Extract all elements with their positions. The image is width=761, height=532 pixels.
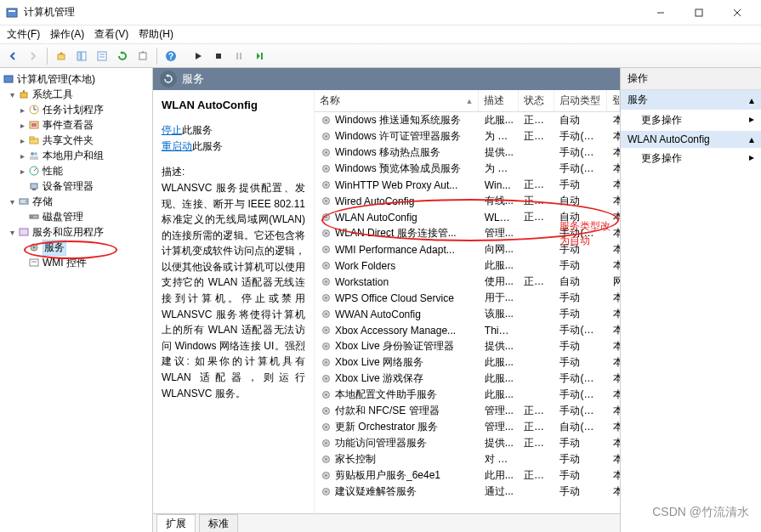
svg-rect-3 (696, 9, 702, 16)
service-icon (320, 405, 332, 417)
menu-help[interactable]: 帮助(H) (139, 27, 173, 42)
minimize-button[interactable] (641, 0, 679, 25)
service-row[interactable]: Windows 推送通知系统服务此服...正在...自动本 (315, 112, 620, 128)
service-row[interactable]: WLAN AutoConfigWLA...正在...自动本 (315, 209, 620, 225)
svg-point-46 (325, 119, 327, 122)
export-button[interactable] (133, 47, 152, 65)
service-row[interactable]: Work Folders此服...手动本 (315, 258, 620, 274)
navigation-tree[interactable]: 计算机管理(本地) ▾ 系统工具 ▸任务计划程序 ▸事件查看器 ▸共享文件夹 ▸… (0, 68, 153, 532)
service-row[interactable]: 更新 Orchestrator 服务管理...正在...自动(延迟...本 (315, 419, 620, 435)
service-list[interactable]: Windows 推送通知系统服务此服...正在...自动本Windows 许可证… (315, 112, 620, 513)
col-startup[interactable]: 启动类型 (554, 90, 607, 111)
svg-point-37 (26, 201, 27, 202)
service-row[interactable]: Xbox Live 身份验证管理器提供...手动本 (315, 338, 620, 354)
refresh-icon[interactable] (160, 71, 177, 88)
actions-more-2[interactable]: 更多操作 ▸ (621, 148, 761, 169)
play-button[interactable] (189, 47, 207, 65)
close-button[interactable] (718, 0, 756, 25)
actions-section-selected[interactable]: WLAN AutoConfig▴ (621, 131, 761, 148)
service-row[interactable]: 本地配置文件助手服务此服...手动(触发...本 (315, 387, 620, 403)
tab-standard[interactable]: 标准 (199, 514, 238, 532)
actions-section-services[interactable]: 服务▴ (621, 90, 761, 110)
service-row[interactable]: 功能访问管理器服务提供...正在...手动本 (315, 435, 620, 451)
collapse-icon: ▴ (749, 133, 754, 145)
menu-action[interactable]: 操作(A) (50, 27, 84, 42)
tree-shared-folders[interactable]: ▸共享文件夹 (2, 133, 150, 148)
svg-text:?: ? (168, 52, 173, 61)
actions-more-1[interactable]: 更多操作 ▸ (621, 110, 761, 131)
service-row[interactable]: 剪贴板用户服务_6e4e1此用...正在...手动本 (315, 467, 620, 484)
service-row[interactable]: Xbox Live 网络服务此服...手动本 (315, 354, 620, 371)
service-row[interactable]: 建议疑难解答服务通过...手动本 (315, 484, 620, 500)
service-row[interactable]: Windows 移动热点服务提供...手动(触发...本 (315, 144, 620, 161)
maximize-button[interactable] (679, 0, 718, 25)
column-headers: 名称▲ 描述 状态 启动类型 登 (315, 90, 620, 112)
service-icon (320, 357, 332, 369)
svg-point-76 (325, 361, 327, 364)
service-row[interactable]: 付款和 NFC/SE 管理器管理...正在...手动(触发...本 (315, 403, 620, 419)
tree-performance[interactable]: ▸性能 (2, 163, 150, 178)
service-row[interactable]: Windows 许可证管理器服务为 M...正在...手动(触发...本 (315, 128, 620, 144)
svg-rect-8 (82, 52, 86, 60)
col-name[interactable]: 名称▲ (315, 90, 479, 111)
collapse-icon: ▴ (749, 94, 754, 106)
svg-point-66 (325, 280, 327, 283)
service-icon (320, 163, 332, 175)
service-row[interactable]: WPS Office Cloud Service用于...手动本 (315, 290, 620, 306)
svg-point-60 (325, 232, 327, 235)
stop-service-link[interactable]: 停止 (162, 124, 182, 136)
stop-button[interactable] (209, 47, 228, 65)
sort-asc-icon: ▲ (465, 97, 473, 105)
tree-system-tools[interactable]: ▾ 系统工具 (2, 87, 150, 102)
restart-service-link[interactable]: 重启动 (162, 140, 192, 152)
service-row[interactable]: Windows 预览体验成员服务为 W...手动(触发...本 (315, 161, 620, 177)
tree-services[interactable]: 服务 (2, 240, 150, 255)
tree-root[interactable]: 计算机管理(本地) (2, 71, 150, 87)
svg-rect-29 (30, 137, 34, 139)
col-logon[interactable]: 登 (607, 90, 620, 111)
refresh-button[interactable] (113, 47, 132, 65)
service-row[interactable]: WMI Performance Adapt...向网...手动本 (315, 241, 620, 258)
tree-services-apps[interactable]: ▾服务和应用程序 (2, 224, 150, 240)
service-row[interactable]: WWAN AutoConfig该服...手动本 (315, 306, 620, 322)
svg-point-58 (325, 216, 327, 218)
up-button[interactable] (52, 47, 71, 65)
tree-device-manager[interactable]: 设备管理器 (2, 178, 150, 194)
service-row[interactable]: WinHTTP Web Proxy Aut...Win...正在...手动本 (315, 177, 620, 193)
svg-point-88 (325, 458, 327, 461)
menu-file[interactable]: 文件(F) (7, 27, 40, 42)
svg-point-90 (325, 474, 327, 477)
svg-point-42 (33, 246, 36, 249)
svg-rect-39 (31, 216, 33, 218)
back-button[interactable] (3, 47, 22, 65)
properties-button[interactable] (93, 47, 111, 65)
service-row[interactable]: Wired AutoConfig有线...正在...自动本 (315, 193, 620, 209)
service-row[interactable]: Xbox Live 游戏保存此服...手动(触发...本 (315, 371, 620, 387)
selected-service-name: WLAN AutoConfig (162, 97, 305, 114)
service-icon (320, 308, 332, 320)
show-hide-tree-button[interactable] (72, 47, 91, 65)
service-row[interactable]: 家长控制对 W...手动本 (315, 451, 620, 467)
tree-local-users[interactable]: ▸本地用户和组 (2, 148, 150, 163)
service-row[interactable]: Xbox Accessory Manage...This ...手动(触发...… (315, 322, 620, 338)
tree-wmi[interactable]: WMI 控件 (2, 255, 150, 270)
tree-storage[interactable]: ▾存储 (2, 194, 150, 209)
svg-rect-18 (261, 53, 263, 59)
service-row[interactable]: WLAN Direct 服务连接管...管理...手动(触发...本 (315, 225, 620, 241)
restart-button[interactable] (250, 47, 269, 65)
tab-extended[interactable]: 扩展 (156, 514, 196, 532)
col-status[interactable]: 状态 (519, 90, 554, 111)
help-button[interactable]: ? (162, 47, 180, 65)
menu-view[interactable]: 查看(V) (94, 27, 128, 42)
service-icon (320, 422, 332, 433)
tree-disk-management[interactable]: 磁盘管理 (2, 209, 150, 224)
service-icon (320, 260, 332, 272)
tree-event-viewer[interactable]: ▸事件查看器 (2, 117, 150, 133)
service-icon (320, 147, 332, 159)
svg-point-78 (325, 377, 327, 380)
pause-button[interactable] (230, 47, 248, 65)
tree-task-scheduler[interactable]: ▸任务计划程序 (2, 102, 150, 117)
forward-button[interactable] (24, 47, 43, 65)
service-row[interactable]: Workstation使用...正在...自动网 (315, 274, 620, 290)
col-desc[interactable]: 描述 (479, 90, 518, 111)
